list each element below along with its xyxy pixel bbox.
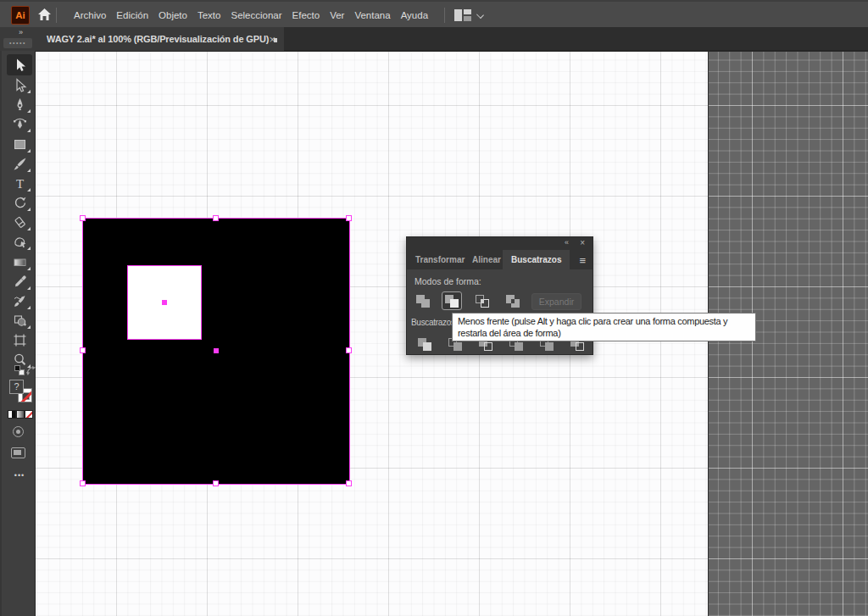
gradient-icon <box>13 255 27 269</box>
direct-selection-tool[interactable] <box>7 75 32 95</box>
eraser-icon <box>13 215 27 230</box>
shape-modes-label: Modos de forma: <box>415 276 481 286</box>
fill-stroke-control[interactable]: ? <box>2 380 37 407</box>
blob-brush-icon <box>13 294 27 308</box>
gradient-button[interactable] <box>16 410 25 419</box>
menu-ver[interactable]: Ver <box>325 10 349 20</box>
handle-mid-right[interactable] <box>346 347 352 353</box>
close-panel-icon[interactable]: × <box>580 238 585 247</box>
type-tool[interactable]: T <box>7 174 32 193</box>
shaper-icon <box>13 235 27 249</box>
menu-objeto[interactable]: Objeto <box>153 10 192 20</box>
workspace-switcher-icon[interactable] <box>454 9 471 21</box>
screen-mode-icon[interactable] <box>11 447 25 458</box>
menubar-separator-2 <box>444 8 445 23</box>
document-tab[interactable]: WAGY 2.ai* al 100% (RGB/Previsualización… <box>36 27 284 51</box>
shaper-tool[interactable] <box>7 232 32 252</box>
eraser-tool[interactable] <box>7 213 32 232</box>
menu-archivo[interactable]: Archivo <box>69 10 111 20</box>
curvature-tool[interactable] <box>7 114 32 134</box>
tab-buscatrazos[interactable]: Buscatrazos <box>503 250 570 269</box>
draw-mode-icon[interactable] <box>13 426 24 437</box>
shape-mode-exclude[interactable] <box>503 291 523 310</box>
default-fill-stroke[interactable] <box>2 364 37 378</box>
close-tab-icon[interactable]: × <box>269 34 275 45</box>
menu-efecto[interactable]: Efecto <box>287 10 326 20</box>
panel-menu-icon[interactable]: ≡ <box>579 254 586 267</box>
toolbar-overflow-icon[interactable]: ••• <box>2 471 37 480</box>
gradient-tool[interactable] <box>7 253 32 272</box>
shape-mode-unite[interactable] <box>413 291 433 310</box>
shape-builder-icon <box>13 314 27 328</box>
color-button[interactable] <box>8 410 16 419</box>
type-icon: T <box>13 176 27 191</box>
menu-edicion[interactable]: Edición <box>111 10 153 20</box>
tools-dock-header: » ••••• <box>0 27 36 51</box>
handle-top-mid[interactable] <box>213 215 219 221</box>
expand-button[interactable]: Expandir <box>531 293 581 310</box>
white-square-center-point[interactable] <box>162 300 167 305</box>
document-title: WAGY 2.ai* al 100% (RGB/Previsualización… <box>47 34 269 44</box>
rectangle-tool[interactable] <box>7 135 32 154</box>
selection-center-point[interactable] <box>214 348 219 353</box>
svg-text:T: T <box>15 177 23 191</box>
pathfinder-divide[interactable] <box>415 335 435 353</box>
rotate-icon <box>13 196 27 210</box>
artboard-icon <box>13 333 27 347</box>
expand-panel-icon[interactable]: » <box>19 28 22 36</box>
panel-tabs: Transformar Alinear Buscatrazos <box>407 250 593 269</box>
handle-bottom-right[interactable] <box>346 480 352 486</box>
menu-texto[interactable]: Texto <box>192 10 226 20</box>
menu-seleccionar[interactable]: Seleccionar <box>225 10 287 20</box>
curvature-icon <box>13 117 27 131</box>
fill-swatch[interactable]: ? <box>9 380 24 394</box>
paintbrush-icon <box>13 157 27 171</box>
tooltip: Menos frente (pulse Alt y haga clic para… <box>452 313 756 341</box>
shape-mode-intersect[interactable] <box>472 291 492 310</box>
handle-bottom-mid[interactable] <box>213 480 219 486</box>
direct-selection-icon <box>12 78 27 93</box>
illustrator-logo[interactable]: Ai <box>11 6 30 25</box>
shape-mode-minus-front[interactable] <box>442 291 462 310</box>
menubar-separator <box>56 8 57 23</box>
none-button[interactable] <box>25 410 33 419</box>
tooltip-text: Menos frente (pulse Alt y haga clic para… <box>458 316 727 338</box>
eyedropper-icon <box>13 275 27 289</box>
selection-icon <box>12 58 27 73</box>
document-tab-bar: » ••••• WAGY 2.ai* al 100% (RGB/Previsua… <box>0 27 868 51</box>
black-square-shape[interactable] <box>83 219 349 484</box>
menu-ventana[interactable]: Ventana <box>349 10 395 20</box>
handle-top-left[interactable] <box>80 215 86 221</box>
white-square-hole[interactable] <box>128 266 201 339</box>
blob-brush-tool[interactable] <box>7 291 32 311</box>
menu-ayuda[interactable]: Ayuda <box>396 10 433 20</box>
handle-mid-left[interactable] <box>80 347 86 353</box>
collapse-panel-icon[interactable]: « <box>565 238 569 247</box>
paintbrush-tool[interactable] <box>7 154 32 174</box>
tools-panel: T ? ••• <box>0 51 36 616</box>
handle-bottom-left[interactable] <box>80 480 86 486</box>
rotate-tool[interactable] <box>7 193 32 213</box>
shape-builder-tool[interactable] <box>7 311 32 330</box>
rectangle-icon <box>13 137 27 152</box>
chevron-down-icon[interactable] <box>476 11 484 19</box>
eyedropper-tool[interactable] <box>7 272 32 291</box>
pathfinders-label: Buscatrazos: <box>411 318 457 327</box>
pen-tool[interactable] <box>7 95 32 114</box>
swap-fill-stroke-icon <box>26 366 36 375</box>
selection-tool[interactable] <box>7 54 32 75</box>
pen-icon <box>13 97 27 112</box>
color-type-buttons <box>8 410 33 419</box>
handle-top-right[interactable] <box>346 215 352 221</box>
dock-grip[interactable]: ••••• <box>3 38 32 48</box>
menu-bar: Ai Archivo Edición Objeto Texto Seleccio… <box>0 0 868 27</box>
artboard-tool[interactable] <box>7 330 32 350</box>
menu-items: Archivo Edición Objeto Texto Seleccionar… <box>69 2 433 29</box>
home-icon[interactable] <box>37 8 52 21</box>
panel-header: « × <box>407 237 593 250</box>
